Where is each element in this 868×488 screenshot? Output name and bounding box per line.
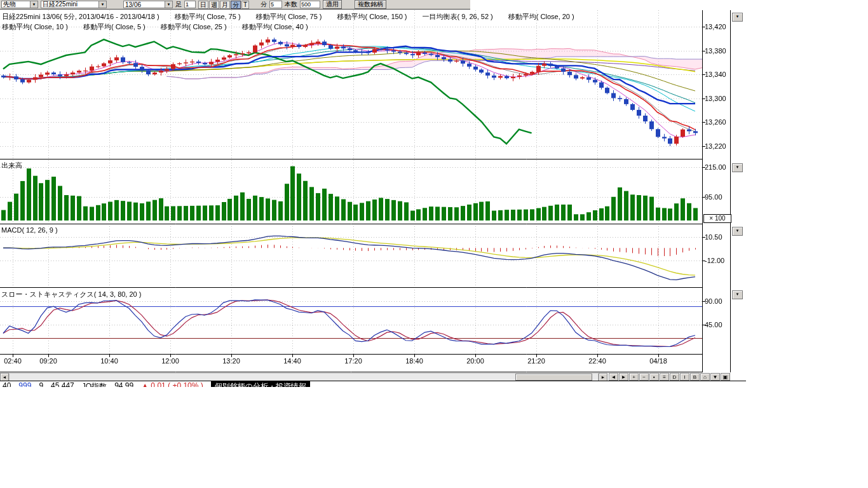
unit-buttons: 日週月分T <box>198 1 249 9</box>
status-value: 40 <box>3 381 11 387</box>
scroll-tools: ◄►+−▪≡DIB⌂▼▣ <box>609 373 730 381</box>
market-select[interactable]: 先物 ▼ <box>1 1 38 8</box>
marker-button[interactable]: ▪ <box>649 373 659 381</box>
contract-select-value: 13/06 <box>125 1 141 8</box>
symbol-select-value: 日経225mini <box>43 0 78 9</box>
multi-symbol-button[interactable]: 複数銘柄 <box>355 0 386 9</box>
unit-button-日[interactable]: 日 <box>198 1 208 9</box>
toolbar: 先物 ▼ 日経225mini ▼ 13/06 ▼ 足 日週月分T 分 本数 適用… <box>0 0 470 10</box>
pan-left-button[interactable]: ◄ <box>609 373 618 381</box>
market-select-value: 先物 <box>3 0 16 9</box>
chevron-down-icon[interactable]: ▼ <box>30 1 37 8</box>
unit-button-週[interactable]: 週 <box>209 1 219 9</box>
status-value: 999 <box>18 381 31 387</box>
status-badge[interactable]: 個別銘柄の分析・投資情報 <box>211 381 310 387</box>
zoom-out-button[interactable]: − <box>639 373 649 381</box>
status-strip: 40999945,447JQ指数94.99▲ 0.01 ( +0.10% )個別… <box>0 381 746 387</box>
scroll-thumb[interactable] <box>515 374 592 381</box>
grid-button[interactable]: ▣ <box>721 373 730 381</box>
pan-right-button[interactable]: ► <box>619 373 628 381</box>
status-value: ▲ 0.01 ( +0.10% ) <box>141 381 203 387</box>
letter-i-button[interactable]: I <box>680 373 689 381</box>
symbol-select[interactable]: 日経225mini ▼ <box>41 1 107 8</box>
status-value: 94.99 <box>114 381 133 387</box>
volume-panel-dropdown-button[interactable]: ▼ <box>732 163 743 172</box>
unit-button-T[interactable]: T <box>241 1 249 9</box>
chart-canvas[interactable] <box>0 0 743 381</box>
unit-button-分[interactable]: 分 <box>231 1 241 9</box>
status-value: 45,447 <box>51 381 74 387</box>
zoom-in-button[interactable]: + <box>629 373 639 381</box>
status-value: JQ指数 <box>82 381 107 387</box>
chevron-down-icon[interactable]: ▼ <box>165 1 172 8</box>
trading-app-window: 日経225mini 13/06( 5分, 2013/04/16 - 2013/0… <box>0 0 868 488</box>
interval-input[interactable] <box>184 1 196 8</box>
home-button[interactable]: ⌂ <box>700 373 710 381</box>
minute-input[interactable] <box>269 1 282 8</box>
status-value: 9 <box>39 381 43 387</box>
minute-label: 分 <box>261 0 267 9</box>
chevron-down-icon[interactable]: ▼ <box>98 1 106 8</box>
dropdown-button[interactable]: ▼ <box>710 373 720 381</box>
stoch-panel-dropdown-button[interactable]: ▼ <box>732 290 743 299</box>
ashi-label: 足 <box>175 0 182 9</box>
contract-select[interactable]: 13/06 ▼ <box>123 1 173 8</box>
macd-panel-dropdown-button[interactable]: ▼ <box>732 227 743 236</box>
bars-label: 本数 <box>285 0 297 9</box>
letter-d-button[interactable]: D <box>670 373 679 381</box>
price-panel-dropdown-button[interactable]: ▼ <box>732 13 743 22</box>
letter-b-button[interactable]: B <box>690 373 700 381</box>
apply-button[interactable]: 適用 <box>323 0 342 9</box>
unit-button-月[interactable]: 月 <box>220 1 230 9</box>
menu-button[interactable]: ≡ <box>660 373 669 381</box>
bars-input[interactable] <box>300 1 320 8</box>
